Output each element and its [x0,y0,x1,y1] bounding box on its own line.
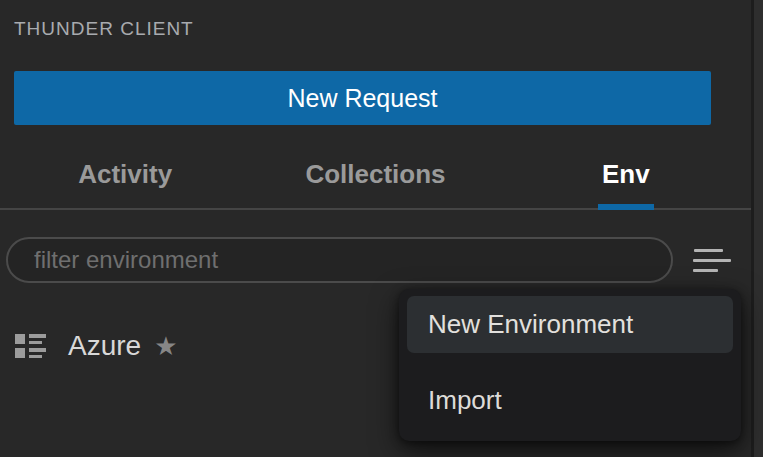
tab-env[interactable]: Env [501,140,751,208]
menu-item-import[interactable]: Import [407,372,733,429]
active-tab-underline [598,204,654,210]
tab-collections[interactable]: Collections [250,140,500,208]
tab-activity[interactable]: Activity [0,140,250,208]
environment-context-menu: New Environment Import [399,289,741,441]
thunder-client-sidebar: THUNDER CLIENT New Request Activity Coll… [0,0,763,457]
menu-item-import-label: Import [428,385,502,416]
environment-name: Azure [68,330,141,362]
menu-item-new-environment-label: New Environment [428,309,633,340]
panel-title: THUNDER CLIENT [14,18,194,40]
starred-icon: ★ [154,333,177,359]
environment-menu-button[interactable] [688,240,740,280]
tab-activity-label: Activity [78,159,172,190]
environment-list-icon [15,333,47,360]
environment-list-item-azure[interactable]: Azure ★ [0,322,400,370]
filter-environment-input[interactable] [6,237,673,283]
tab-bar: Activity Collections Env [0,140,751,210]
new-request-button[interactable]: New Request [14,71,711,125]
tab-collections-label: Collections [305,159,445,190]
sidebar-right-gutter [751,0,763,457]
menu-item-new-environment[interactable]: New Environment [407,296,733,353]
tab-env-label: Env [602,159,650,190]
